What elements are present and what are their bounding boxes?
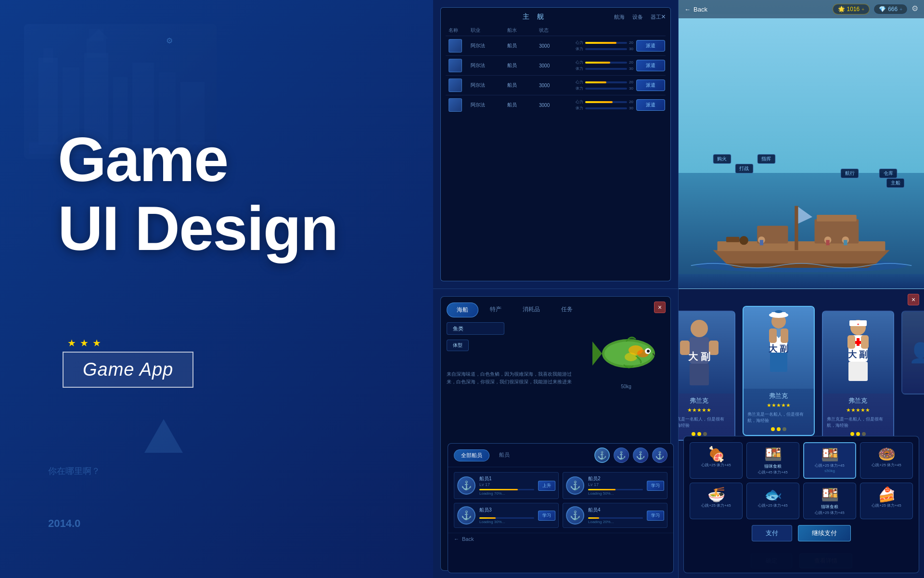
crew-job-4: 船员 <box>507 102 536 108</box>
food-item-5[interactable]: 🍜 心跳+25 体力+45 <box>690 483 743 519</box>
crew-avatar-2 <box>449 59 462 72</box>
tab-tools[interactable]: 器工 <box>651 13 661 21</box>
crew-stats-4: 心力 20 体力 30 <box>576 99 633 111</box>
svg-rect-37 <box>709 341 719 355</box>
food-item-7[interactable]: 🍱 猫咪食粮 心跳+25 体力+45 <box>803 483 856 519</box>
tab-mission[interactable]: 任务 <box>552 302 582 317</box>
crew-action-btn-3[interactable]: 派遣 <box>636 79 665 91</box>
food-item-3-selected[interactable]: 🍱 心跳+25 体力+45 ≤50kg <box>803 442 856 479</box>
svg-rect-47 <box>769 328 777 343</box>
crew-window-close[interactable]: × <box>661 13 666 21</box>
triangle-decoration <box>144 419 183 453</box>
svg-rect-57 <box>847 335 855 349</box>
food-stats-5: 心跳+25 体力+45 <box>693 503 739 509</box>
skills-panel-header: 全部船员 船员 ⚓ ⚓ ⚓ ⚓ <box>448 444 673 467</box>
ship-label-zhihui[interactable]: 指挥 <box>757 154 775 164</box>
crew-action-btn-4[interactable]: 派遣 <box>636 99 665 111</box>
crew-action-btn-2[interactable]: 派遣 <box>636 60 665 71</box>
background-settings-icon: ⚙ <box>166 36 173 45</box>
fish-description: 来自深海味道，白色鱼鳞，因为很难深海，我喜欢我能游过来，白色深海，你很深，我们很… <box>447 370 572 386</box>
skill-row-4: ⚓ 船员4 Loading 20%... 学习 <box>563 503 667 528</box>
tab-navigation[interactable]: 航海 <box>614 13 625 21</box>
skill-btn-4[interactable]: 学习 <box>647 511 664 521</box>
fish-close-button[interactable]: × <box>654 302 666 313</box>
skill-btn-3[interactable]: 学习 <box>538 511 555 521</box>
back-button[interactable]: ← Back <box>684 6 707 13</box>
skills-tab-all[interactable]: 全部船员 <box>454 449 489 461</box>
gold-icon: 🌟 <box>838 6 845 13</box>
ship-label-cangku[interactable]: 仓库 <box>879 169 898 178</box>
skills-avatar-4[interactable]: ⚓ <box>652 447 667 463</box>
crew-window-frame: 主 舰 航海 设备 器工 × 名称 职业 船水 状态 阿尔法 <box>440 7 671 281</box>
gem-plus: + <box>899 7 902 12</box>
fish-name-input[interactable] <box>447 322 504 335</box>
fish-left-content: 体型 来自深海味道，白色鱼鳞，因为很难深海，我喜欢我能游过来，白色深海，你很深，… <box>447 322 582 386</box>
food-icon-8: 🍰 <box>863 486 910 503</box>
skills-avatar-3[interactable]: ⚓ <box>633 447 648 463</box>
tab-sea[interactable]: 海船 <box>447 302 478 317</box>
food-stats-8: 心跳+25 体力+45 <box>863 503 910 509</box>
food-item-8[interactable]: 🍰 心跳+25 体力+45 <box>860 483 913 519</box>
fish-type-label: 体型 <box>447 340 469 351</box>
food-grid-row1: 🍖 心跳+25 体力+45 🍱 猫咪食粮 心跳+45 体力+45 🍱 心跳+25… <box>690 442 913 479</box>
svg-rect-25 <box>726 237 740 242</box>
skills-back-btn[interactable]: ← Back <box>448 533 673 545</box>
food-icon-7: 🍱 <box>807 486 853 503</box>
tab-consumable[interactable]: 消耗品 <box>513 302 550 317</box>
char-illustration-4: 👤 <box>902 312 924 394</box>
char-card-3[interactable]: + 大 副 弗兰克 ★★★★★ 弗兰克是一名船人，但是很有航，海经验 <box>822 311 894 441</box>
food-icon-6: 🐟 <box>750 486 796 503</box>
char-desc-1: 弗兰克是一名船人，但是很有航，海经验 <box>679 414 734 432</box>
skills-tab-crew[interactable]: 船员 <box>492 449 516 461</box>
skill-row-3: ⚓ 船员3 Loading 30%... 学习 <box>454 503 559 528</box>
food-action-buttons: 支付 继续支付 <box>690 525 913 541</box>
crew-avatar-1 <box>449 39 462 53</box>
crew-action-btn-1[interactable]: 派遣 <box>636 40 665 52</box>
settings-button[interactable]: ⚙ <box>911 4 918 14</box>
crew-avatar-3 <box>449 79 462 92</box>
char-card-1[interactable]: 大 副 弗兰克 ★★★★★ 弗兰克是一名船人，但是很有航，海经验 <box>679 311 735 441</box>
crew-water-1: 3000 <box>539 43 573 49</box>
crew-water-4: 3000 <box>539 103 573 108</box>
food-stats-2: 心跳+45 体力+45 <box>750 470 796 475</box>
skill-btn-1[interactable]: 上升 <box>538 481 555 491</box>
skill-bar-2 <box>588 489 643 490</box>
stars-row: ★ ★ ★ <box>67 337 101 349</box>
food-pay-btn[interactable]: 支付 <box>752 525 792 541</box>
skill-btn-2[interactable]: 学习 <box>647 481 664 491</box>
tab-specialty[interactable]: 特产 <box>480 302 511 317</box>
food-item-1[interactable]: 🍖 心跳+25 体力+45 <box>690 442 743 479</box>
ship-label-gouhuo[interactable]: 购火 <box>713 154 731 164</box>
skill-name-3: 船员3 <box>479 507 534 513</box>
skills-avatar-1[interactable]: ⚓ <box>594 447 610 463</box>
ship-label-dazhan[interactable]: 打战 <box>735 164 753 173</box>
svg-rect-20 <box>760 240 763 245</box>
skill-avatar-1: ⚓ <box>457 476 475 495</box>
crew-job-3: 船员 <box>507 82 536 89</box>
char-illustration-1: 大 副 <box>679 312 734 394</box>
skills-avatar-2[interactable]: ⚓ <box>614 447 629 463</box>
char-desc-3: 弗兰克是一名船人，但是很有航，海经验 <box>823 414 893 432</box>
svg-text:大 副: 大 副 <box>688 351 710 362</box>
skill-loading-2: Loading 50%... <box>588 491 643 496</box>
food-confirm-pay-btn[interactable]: 继续支付 <box>798 525 851 541</box>
tab-equipment[interactable]: 设备 <box>632 13 643 21</box>
svg-point-31 <box>625 353 637 361</box>
ship-label-zhujian[interactable]: 主船 <box>886 178 905 188</box>
crew-name-1: 阿尔法 <box>471 42 504 49</box>
food-item-2[interactable]: 🍱 猫咪食粮 心跳+45 体力+45 <box>746 442 799 479</box>
food-item-6[interactable]: 🐟 心跳+25 体力+45 <box>746 483 799 519</box>
ship-label-hangxing[interactable]: 航行 <box>841 169 859 178</box>
svg-rect-15 <box>815 219 859 243</box>
food-item-4[interactable]: 🍩 心跳+25 体力+45 <box>860 442 913 479</box>
svg-rect-14 <box>795 206 798 250</box>
fish-illustration-container: 50kg <box>588 322 665 389</box>
char-card-2[interactable]: 大 副 弗兰克 ★★★★★ 弗兰克是一名船人，但是很有航，海经验 <box>743 306 815 436</box>
ship-illustration-container: 仓库 航行 指挥 打战 购火 主船 <box>691 193 912 274</box>
food-grid-row2: 🍜 心跳+25 体力+45 🐟 心跳+25 体力+45 🍱 猫咪食粮 心跳+25… <box>690 483 913 519</box>
chars-close-button[interactable]: × <box>908 294 919 305</box>
svg-rect-22 <box>826 240 829 245</box>
char-name-3: 弗兰克 <box>823 394 893 406</box>
skill-loading-3: Loading 30%... <box>479 520 534 524</box>
star-1: ★ <box>67 337 76 349</box>
